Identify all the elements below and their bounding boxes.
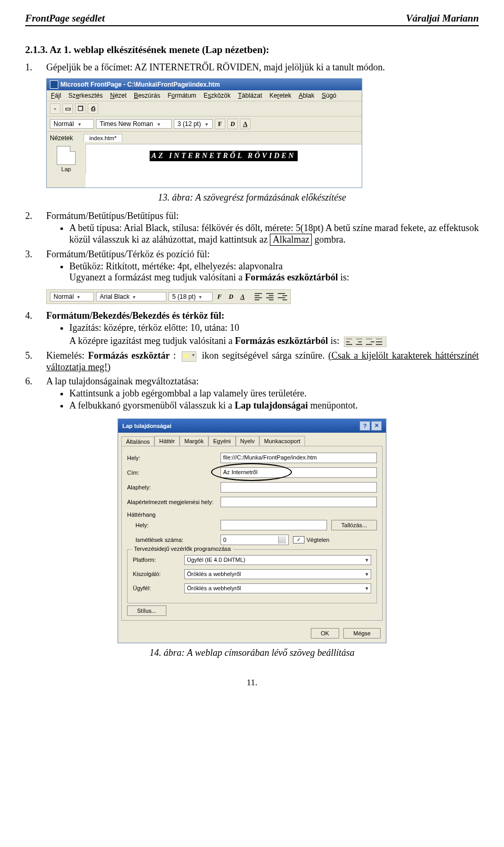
step-3-title: Formátum/Betűtípus/Térköz és pozíció fül <box>46 249 207 259</box>
selected-text: AZ INTERNETRŐL RÖVIDEN <box>150 151 298 161</box>
cim-label: Cím: <box>127 469 216 476</box>
tb-open-icon[interactable]: ▭ <box>62 103 73 114</box>
caption-14: 14. ábra: A weblap címsorában lévő szöve… <box>25 647 479 658</box>
tab-margok[interactable]: Margók <box>180 436 208 446</box>
tab-nyelv[interactable]: Nyelv <box>236 436 260 446</box>
fp-titlebar: Microsoft FrontPage - C:\Munka\FrontPage… <box>47 79 362 90</box>
menu-sugo[interactable]: Súgó <box>322 92 337 99</box>
step-4-line2bold: Formázás eszköztárból <box>235 336 328 346</box>
step-3-num: 3. <box>25 249 33 260</box>
alap-label: Alaphely: <box>127 484 216 490</box>
fmt-style[interactable]: Normál <box>50 292 94 301</box>
dlg-pane: Hely: file:///C:/Munka/FrontPage/index.h… <box>121 446 383 621</box>
step-6-b1: Kattintsunk a jobb egérgombbal a lap val… <box>69 388 479 399</box>
alkalmaz-box: Alkalmaz <box>270 234 312 246</box>
hh-hely-field[interactable] <box>220 520 327 530</box>
fmt-bold-icon[interactable]: F <box>215 293 224 301</box>
ism-field[interactable]: 0 <box>220 535 289 545</box>
step-6-b2bold: Lap tulajdonságai <box>235 400 308 411</box>
ugy-select[interactable]: Öröklés a webhelyről <box>184 583 371 593</box>
close-icon[interactable]: ✕ <box>371 421 382 431</box>
dlg-tabs: Általános Háttér Margók Egyéni Nyelv Mun… <box>118 433 386 446</box>
step-6-b2after: menüpontot. <box>310 400 358 411</box>
cim-field[interactable]: Az Internetről <box>220 467 377 478</box>
menu-nezet[interactable]: Nézet <box>110 92 127 99</box>
step-3-bullet-bold: Formázás eszköztárból <box>245 272 338 283</box>
fmt-underline-icon[interactable]: A <box>238 293 247 301</box>
al-center-icon[interactable] <box>356 339 364 345</box>
step-5: 5. Kiemelés: Formázás eszköztár : ikon s… <box>25 350 479 373</box>
vegtelen-check[interactable]: ✓ Végtelen <box>293 536 329 543</box>
align-left-icon[interactable] <box>255 292 264 301</box>
fp-document: AZ INTERNETRŐL RÖVIDEN <box>86 144 362 187</box>
al-justify-icon[interactable] <box>376 339 384 345</box>
menu-beszur[interactable]: Beszúrás <box>134 92 160 99</box>
design-group: Tervezésidejű vezérlők programozása Plat… <box>127 549 377 603</box>
step-6-b2a: A felbukkanó gyorsmenüből válasszuk ki a <box>69 400 235 411</box>
menu-szerk[interactable]: Szerkesztés <box>68 92 102 99</box>
cancel-button[interactable]: Mégse <box>343 628 381 639</box>
dlg-titlebar: Lap tulajdonságai ? ✕ <box>118 419 386 433</box>
tb-save-icon[interactable]: ❐ <box>75 103 86 114</box>
italic-icon[interactable]: D <box>227 119 238 129</box>
hh-label: Háttérhang <box>127 511 377 518</box>
alap-field[interactable] <box>220 482 377 493</box>
al-right-icon[interactable] <box>366 339 374 345</box>
fmt-italic-icon[interactable]: D <box>226 293 236 301</box>
fp-toolbar2: Normál Times New Roman 3 (12 pt) F D A <box>47 116 362 131</box>
style-select[interactable]: Normál <box>50 119 94 129</box>
fp-toolbar1: ▫ ▭ ❐ ⎙ <box>47 101 362 116</box>
hh-hely-label: Hely: <box>135 522 216 528</box>
align-toolbar-inline <box>344 337 386 347</box>
tb-new-icon[interactable]: ▫ <box>50 103 60 114</box>
vegtelen-label: Végtelen <box>307 537 329 543</box>
group-legend: Tervezésidejű vezérlők programozása <box>132 546 233 552</box>
hely-field: file:///C:/Munka/FrontPage/index.htm <box>220 453 377 463</box>
step-2-bullet: A betű típusa: Arial Black, stílusa: fél… <box>69 223 479 246</box>
bold-icon[interactable]: F <box>215 119 225 129</box>
menu-ablak[interactable]: Ablak <box>299 92 314 99</box>
step-3-bullet-after: is: <box>340 272 349 283</box>
stilus-button[interactable]: Stílus... <box>127 605 166 616</box>
step-1: 1. Gépeljük be a főcímet: AZ INTERNETRŐL… <box>25 62 479 73</box>
align-right-icon[interactable] <box>278 292 287 301</box>
fmt-font[interactable]: Arial Black <box>96 292 166 301</box>
menu-tabl[interactable]: Táblázat <box>238 92 262 99</box>
size-select[interactable]: 3 (12 pt) <box>174 119 213 129</box>
step-3: 3. Formátum/Betűtípus/Térköz és pozíció … <box>25 249 479 283</box>
menu-format[interactable]: Formátum <box>167 92 196 99</box>
page-number: 11. <box>25 677 479 688</box>
lap-icon[interactable] <box>57 146 76 165</box>
kisz-select[interactable]: Öröklés a webhelyről <box>184 569 371 579</box>
highlight-icon[interactable] <box>182 351 196 362</box>
help-icon[interactable]: ? <box>360 421 370 431</box>
underline-icon[interactable]: A <box>240 119 250 129</box>
font-select[interactable]: Times New Roman <box>96 119 172 129</box>
menu-eszk[interactable]: Eszközök <box>204 92 230 99</box>
doc-tab[interactable]: index.htm* <box>83 134 122 142</box>
align-center-icon[interactable] <box>266 292 276 301</box>
step-1-text: Gépeljük be a főcímet: AZ INTERNETRŐL RÖ… <box>46 62 385 72</box>
ok-button[interactable]: OK <box>311 628 339 639</box>
menu-keret[interactable]: Keretek <box>269 92 291 99</box>
tab-egyeni[interactable]: Egyéni <box>208 436 236 446</box>
step-5-d: ikon segítségével sárga színűre. <box>202 350 328 361</box>
tb-print-icon[interactable]: ⎙ <box>88 103 98 114</box>
kisz-label: Kiszolgáló: <box>133 571 180 577</box>
tab-munka[interactable]: Munkacsoport <box>259 436 305 446</box>
tab-altalanos[interactable]: Általános <box>121 436 154 446</box>
fp-menubar: Fájl Szerkesztés Nézet Beszúrás Formátum… <box>47 90 362 101</box>
tallozas-button[interactable]: Tallózás... <box>331 520 377 530</box>
plat-select[interactable]: Ügyfél (IE 4.0 DHTML) <box>184 555 371 565</box>
fp-sidebar: Lap <box>47 144 86 174</box>
tab-hatter[interactable]: Háttér <box>154 436 180 446</box>
section-heading: 2.1.3. Az 1. weblap elkészítésének menet… <box>25 44 479 56</box>
step-2: 2. Formátum/Betűtípus/Betűtípus fül: A b… <box>25 211 479 246</box>
step-2-bullet-after: gombra. <box>314 234 345 245</box>
alapm-field[interactable] <box>220 497 377 507</box>
menu-fajl[interactable]: Fájl <box>51 92 61 99</box>
al-left-icon[interactable] <box>346 339 354 345</box>
step-4-line2after: is: <box>330 336 339 346</box>
step-4-title: Formátum/Bekezdés/Bekezdés és térköz fül… <box>46 310 224 321</box>
fmt-size[interactable]: 5 (18 pt) <box>169 292 213 301</box>
